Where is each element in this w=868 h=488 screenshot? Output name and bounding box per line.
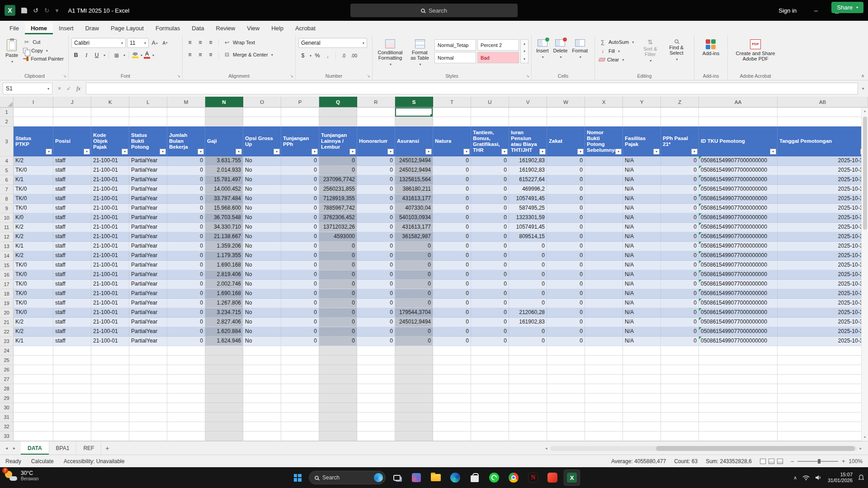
cell-S30[interactable] [395,403,433,413]
cell-V26[interactable] [509,365,547,375]
cell-T12[interactable]: 0 [433,232,471,242]
cell-K24[interactable] [91,346,129,356]
percent-style-button[interactable]: % [313,51,322,60]
cell-K19[interactable]: 21-100-01 [91,299,129,308]
merge-center-button[interactable]: ⊟Merge & Center▾ [222,51,274,59]
row-header-30[interactable]: 30 [0,403,14,413]
cell-AB19[interactable]: 2025-10-31 [778,299,868,308]
cell-L19[interactable]: PartialYear [129,299,167,308]
horizontal-scroll-thumb[interactable] [656,446,855,451]
cell-R17[interactable]: 0 [357,280,395,289]
cell-Y4[interactable]: N/A [623,156,661,166]
cell-Z24[interactable] [661,346,699,356]
cell-N18[interactable]: 1.690.168 [205,289,243,299]
ribbon-tab-data[interactable]: Data [186,22,210,34]
cell-N11[interactable]: 34.330.710 [205,223,243,232]
cell-M3[interactable]: Jumlah Bulan Bekerja▾ [167,127,205,156]
cell-AB15[interactable]: 2025-10-31 [778,261,868,270]
cell-U13[interactable]: 0 [471,242,509,251]
cell-K1[interactable] [91,108,129,117]
cell-I15[interactable]: TK/0 [14,261,53,270]
cell-J31[interactable] [53,413,91,422]
row-header-7[interactable]: 7 [0,185,14,194]
cell-O32[interactable] [243,422,281,432]
cell-X30[interactable] [585,403,623,413]
file-explorer-button[interactable] [428,469,444,486]
row-header-4[interactable]: 4 [0,156,14,166]
row-header-2[interactable]: 2 [0,117,14,127]
edge-button[interactable] [447,469,463,486]
cell-K32[interactable] [91,422,129,432]
cell-X33[interactable] [585,432,623,441]
cell-O10[interactable]: No [243,213,281,223]
cell-R33[interactable] [357,432,395,441]
cell-Y10[interactable]: N/A [623,213,661,223]
cell-U25[interactable] [471,356,509,365]
filter-button-U[interactable]: ▾ [501,149,508,155]
row-header-32[interactable]: 32 [0,422,14,432]
row-header-29[interactable]: 29 [0,394,14,403]
font-dialog-launcher[interactable]: ↘ [177,74,180,78]
cell-Y23[interactable]: N/A [623,337,661,346]
cell-Q20[interactable]: 0 [319,308,357,318]
cell-N16[interactable]: 2.819.406 [205,270,243,280]
page-break-view-icon[interactable] [777,459,783,464]
paste-button[interactable]: Paste ▾ [4,38,20,66]
ribbon-tab-acrobat[interactable]: Acrobat [289,22,321,34]
scroll-left-icon[interactable]: ◂ [545,446,547,450]
cell-O22[interactable]: No [243,327,281,337]
cell-Z3[interactable]: PPh Pasal 21*▾ [661,127,699,156]
cell-I26[interactable] [14,365,53,375]
cell-N3[interactable]: Gaji▾ [205,127,243,156]
cell-P20[interactable]: 0 [281,308,319,318]
column-header-S[interactable]: S [395,97,433,108]
cell-J13[interactable]: staff [53,242,91,251]
page-layout-view-icon[interactable] [769,459,774,464]
insert-cells-button[interactable]: Insert ▾ [534,38,551,61]
cell-V18[interactable]: 0 [509,289,547,299]
cell-U14[interactable]: 0 [471,251,509,261]
cell-N29[interactable] [205,394,243,403]
cell-Z26[interactable] [661,365,699,375]
column-header-R[interactable]: R [357,97,395,108]
ribbon-tab-insert[interactable]: Insert [53,22,80,34]
filter-button-AA[interactable]: ▾ [770,149,776,155]
cell-O11[interactable]: No [243,223,281,232]
cell-K3[interactable]: Kode Objek Pajak▾ [91,127,129,156]
cell-X11[interactable] [585,223,623,232]
cell-J21[interactable]: staff [53,318,91,327]
cell-Q27[interactable] [319,375,357,384]
cell-L27[interactable] [129,375,167,384]
cell-T31[interactable] [433,413,471,422]
cell-O18[interactable]: No [243,289,281,299]
cell-AB10[interactable]: 2025-10-31 [778,213,868,223]
insert-function-icon[interactable]: fx [76,85,80,92]
cell-M2[interactable] [167,117,205,127]
cell-AA1[interactable] [699,108,778,117]
cell-Q6[interactable]: 237096,7742 [319,175,357,185]
cell-K22[interactable]: 21-100-01 [91,327,129,337]
cell-L10[interactable]: PartialYear [129,213,167,223]
cell-AB14[interactable]: 2025-10-31 [778,251,868,261]
cell-S12[interactable]: 361582,987 [395,232,433,242]
cell-M33[interactable] [167,432,205,441]
cell-U19[interactable]: 0 [471,299,509,308]
cell-O5[interactable]: No [243,166,281,175]
cell-S22[interactable]: 0 [395,327,433,337]
cell-N25[interactable] [205,356,243,365]
cell-M16[interactable]: 0 [167,270,205,280]
cell-J1[interactable] [53,108,91,117]
cell-S19[interactable]: 0 [395,299,433,308]
cell-Y2[interactable] [623,117,661,127]
cell-AB25[interactable] [778,356,868,365]
zoom-slider-thumb[interactable] [818,459,821,464]
cell-M7[interactable]: 0 [167,185,205,194]
cell-Y5[interactable]: N/A [623,166,661,175]
filter-button-V[interactable]: ▾ [539,149,546,155]
cell-X8[interactable] [585,194,623,204]
cell-J16[interactable]: staff [53,270,91,280]
column-header-W[interactable]: W [547,97,585,108]
cell-AA19[interactable]: 0508615499077000000000 [699,299,778,308]
cell-I18[interactable]: TK/0 [14,289,53,299]
cell-U11[interactable]: 0 [471,223,509,232]
